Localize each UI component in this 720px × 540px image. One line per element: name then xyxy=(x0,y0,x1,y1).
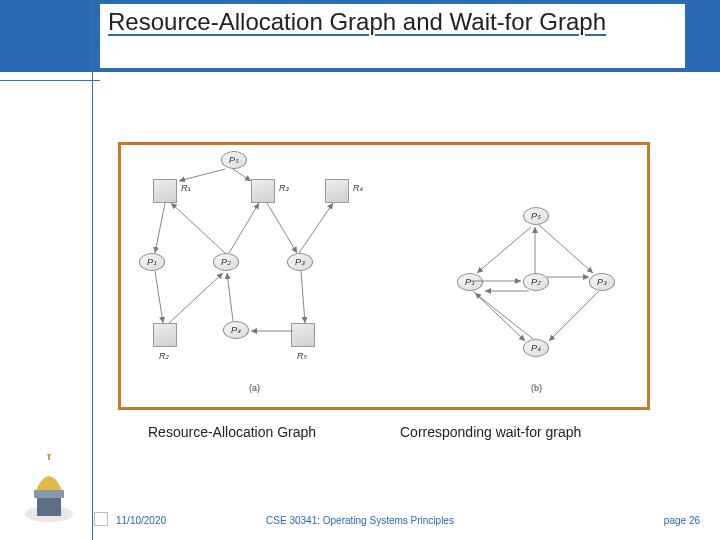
svg-line-9 xyxy=(301,271,305,323)
svg-line-5 xyxy=(169,273,223,323)
footer-page-number: 26 xyxy=(689,515,700,526)
svg-line-14 xyxy=(539,225,593,273)
edges-svg xyxy=(121,145,647,407)
svg-line-18 xyxy=(549,291,599,341)
svg-line-8 xyxy=(299,203,333,253)
footer-page: page 26 xyxy=(664,515,700,526)
svg-line-6 xyxy=(229,203,259,253)
vertical-rule xyxy=(92,0,93,540)
svg-point-25 xyxy=(47,454,51,456)
svg-line-20 xyxy=(477,227,531,273)
svg-line-11 xyxy=(227,273,233,321)
figure-frame: R₁ R₃ R₄ R₂ R₅ P₅ P₁ P₂ P₃ P₄ P₅ P₁ P₂ P… xyxy=(118,142,650,410)
svg-line-17 xyxy=(473,291,525,341)
footer-course: CSE 30341: Operating Systems Principles xyxy=(0,515,720,526)
svg-line-19 xyxy=(475,293,533,339)
svg-line-2 xyxy=(155,203,165,253)
slide-title: Resource-Allocation Graph and Wait-for G… xyxy=(108,8,690,37)
svg-line-7 xyxy=(267,203,297,253)
svg-line-1 xyxy=(179,169,225,181)
caption-left: Resource-Allocation Graph xyxy=(148,424,316,440)
svg-rect-23 xyxy=(34,490,64,498)
horizontal-rule xyxy=(0,80,100,81)
dome-icon xyxy=(22,454,76,526)
figure-inner: R₁ R₃ R₄ R₂ R₅ P₅ P₁ P₂ P₃ P₄ P₅ P₁ P₂ P… xyxy=(121,145,647,407)
svg-rect-22 xyxy=(37,496,61,516)
svg-line-4 xyxy=(155,271,163,323)
caption-right: Corresponding wait-for graph xyxy=(400,424,581,440)
footer-page-label: page xyxy=(664,515,686,526)
svg-line-3 xyxy=(171,203,225,253)
svg-line-0 xyxy=(233,169,251,181)
